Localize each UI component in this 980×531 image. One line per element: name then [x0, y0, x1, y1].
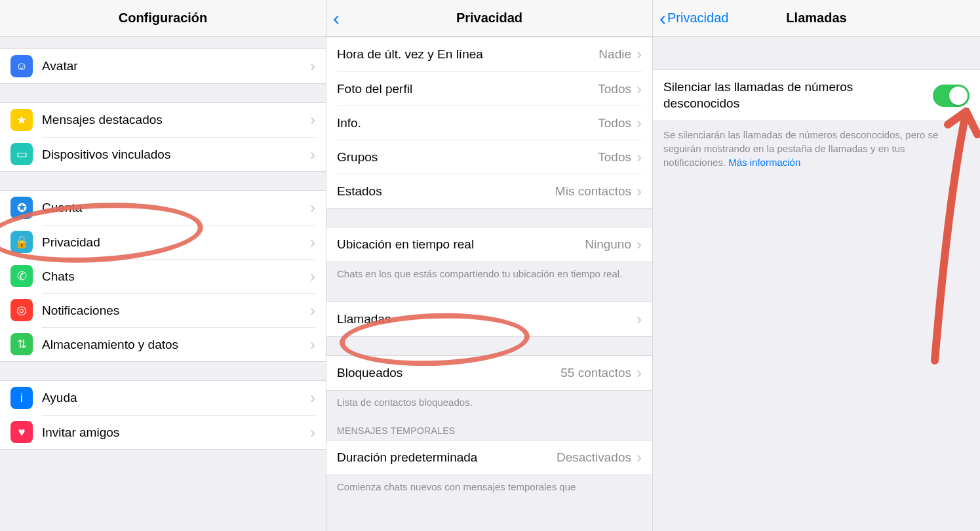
- chevron-right-icon: ›: [637, 80, 642, 98]
- section-footer: Comienza chats nuevos con mensajes tempo…: [326, 475, 652, 496]
- row-value: Nadie: [598, 47, 631, 62]
- row-label: Cuenta: [42, 201, 82, 215]
- chevron-right-icon: ›: [310, 199, 315, 217]
- chevron-right-icon: ›: [637, 364, 642, 382]
- back-button[interactable]: ‹: [333, 9, 341, 28]
- chevron-right-icon: ›: [310, 57, 315, 75]
- page-title: Privacidad: [456, 10, 522, 26]
- row-label: Almacenamiento y datos: [42, 338, 178, 352]
- page-title: Llamadas: [786, 10, 846, 26]
- chevron-right-icon: ›: [637, 182, 642, 201]
- privacy-row-status[interactable]: EstadosMis contactos›: [326, 174, 652, 208]
- header-bar: ‹ Privacidad Llamadas: [653, 0, 980, 37]
- section-footer: Lista de contactos bloqueados.: [326, 391, 652, 412]
- row-label: Estados: [337, 184, 382, 199]
- chevron-right-icon: ›: [637, 148, 642, 167]
- key-icon: ✪: [10, 197, 33, 219]
- header-bar: Configuración: [0, 0, 326, 37]
- row-label: Info.: [337, 116, 361, 130]
- row-label: Foto del perfil: [337, 82, 412, 96]
- page-title: Configuración: [119, 10, 208, 26]
- settings-row-privacy[interactable]: 🔒Privacidad›: [0, 225, 326, 259]
- row-label: Llamadas: [337, 312, 391, 326]
- row-value: Desactivados: [557, 450, 631, 465]
- settings-row-linked[interactable]: ▭Dispositivos vinculados›: [0, 137, 326, 171]
- row-label: Notificaciones: [42, 304, 119, 318]
- row-label: Hora de últ. vez y En línea: [337, 47, 483, 62]
- heart-icon: ♥: [10, 421, 33, 443]
- settings-row-chats[interactable]: ✆Chats›: [0, 259, 326, 293]
- row-label: Bloqueados: [337, 366, 402, 380]
- section-footer: Chats en los que estás compartiendo tu u…: [326, 262, 652, 283]
- header-bar: ‹ Privacidad: [326, 0, 652, 37]
- settings-row-storage[interactable]: ⇅Almacenamiento y datos›: [0, 327, 326, 361]
- chevron-right-icon: ›: [310, 267, 315, 286]
- bell-icon: ◎: [10, 299, 33, 321]
- chevron-right-icon: ›: [310, 302, 315, 320]
- row-value: Todos: [598, 150, 631, 165]
- star-icon: ★: [10, 109, 33, 131]
- calls-screen: ‹ Privacidad Llamadas Silenciar las llam…: [653, 0, 980, 531]
- chevron-left-icon: ‹: [659, 9, 666, 28]
- privacy-screen: ‹ Privacidad Hora de últ. vez y En línea…: [326, 0, 653, 531]
- privacy-row-location[interactable]: Ubicación en tiempo realNinguno›: [326, 227, 652, 262]
- settings-row-help[interactable]: iAyuda›: [0, 381, 326, 415]
- settings-row-avatar[interactable]: ☺Avatar›: [0, 49, 326, 83]
- chevron-right-icon: ›: [310, 336, 315, 354]
- row-value: Todos: [598, 116, 631, 130]
- back-label: Privacidad: [667, 10, 728, 26]
- chevron-right-icon: ›: [310, 423, 315, 442]
- section-header: MENSAJES TEMPORALES: [326, 412, 652, 440]
- row-label: Dispositivos vinculados: [42, 148, 170, 162]
- laptop-icon: ▭: [10, 143, 33, 165]
- row-label: Invitar amigos: [42, 425, 119, 440]
- privacy-row-lastseen[interactable]: Hora de últ. vez y En líneaNadie›: [326, 37, 652, 71]
- more-info-link[interactable]: Más información: [728, 157, 800, 168]
- avatar-icon: ☺: [10, 55, 33, 77]
- row-label: Privacidad: [42, 235, 100, 250]
- row-label: Chats: [42, 269, 75, 284]
- chevron-right-icon: ›: [637, 235, 642, 254]
- chevron-right-icon: ›: [637, 448, 642, 467]
- settings-row-account[interactable]: ✪Cuenta›: [0, 191, 326, 225]
- silence-unknown-row[interactable]: Silenciar las llamadas de números descon…: [653, 69, 980, 121]
- chevron-right-icon: ›: [637, 114, 642, 132]
- row-label: Grupos: [337, 150, 378, 165]
- chevron-right-icon: ›: [637, 310, 642, 328]
- whatsapp-icon: ✆: [10, 265, 33, 287]
- chevron-right-icon: ›: [310, 146, 315, 164]
- privacy-row-calls[interactable]: Llamadas›: [326, 302, 652, 336]
- chevron-right-icon: ›: [310, 233, 315, 252]
- row-label: Duración predeterminada: [337, 450, 477, 465]
- chevron-right-icon: ›: [637, 45, 642, 64]
- row-label: Ubicación en tiempo real: [337, 237, 474, 252]
- row-label: Ayuda: [42, 391, 77, 405]
- row-label: Mensajes destacados: [42, 113, 163, 127]
- settings-row-starred[interactable]: ★Mensajes destacados›: [0, 103, 326, 137]
- row-value: Mis contactos: [555, 184, 631, 199]
- chevron-right-icon: ›: [310, 111, 315, 129]
- settings-row-notif[interactable]: ◎Notificaciones›: [0, 293, 326, 327]
- back-button[interactable]: ‹ Privacidad: [659, 9, 728, 28]
- arrows-icon: ⇅: [10, 333, 33, 355]
- privacy-row-photo[interactable]: Foto del perfilTodos›: [326, 71, 652, 106]
- lock-icon: 🔒: [10, 231, 33, 253]
- row-value: Todos: [598, 82, 631, 96]
- row-label: Avatar: [42, 59, 78, 73]
- footer-caption: Se silenciarán las llamadas de números d…: [653, 121, 980, 176]
- privacy-row-groups[interactable]: GruposTodos›: [326, 140, 652, 174]
- chevron-right-icon: ›: [310, 389, 315, 407]
- row-value: 55 contactos: [560, 366, 631, 380]
- toggle-switch[interactable]: [933, 85, 970, 107]
- toggle-label: Silenciar las llamadas de números descon…: [663, 79, 933, 111]
- chevron-left-icon: ‹: [333, 9, 340, 28]
- privacy-row-duration[interactable]: Duración predeterminadaDesactivados›: [326, 441, 652, 475]
- privacy-row-info[interactable]: Info.Todos›: [326, 106, 652, 140]
- privacy-row-blocked[interactable]: Bloqueados55 contactos›: [326, 356, 652, 390]
- settings-screen: Configuración ☺Avatar›★Mensajes destacad…: [0, 0, 326, 531]
- row-value: Ninguno: [585, 237, 631, 252]
- settings-row-invite[interactable]: ♥Invitar amigos›: [0, 415, 326, 449]
- info-icon: i: [10, 387, 33, 409]
